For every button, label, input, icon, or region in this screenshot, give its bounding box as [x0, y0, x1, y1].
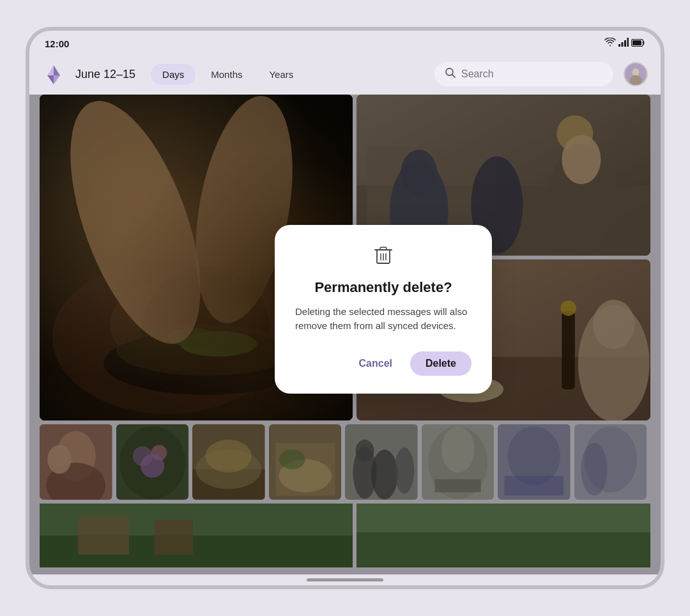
- top-bar: June 12–15 Days Months Years: [29, 54, 661, 95]
- device-frame: 12:00: [26, 27, 664, 589]
- svg-marker-8: [47, 65, 54, 75]
- svg-rect-2: [624, 40, 626, 47]
- dialog-buttons: Cancel Delete: [295, 351, 471, 376]
- dialog-title: Permanently delete?: [314, 279, 452, 296]
- trash-icon: [374, 245, 392, 269]
- status-bar: 12:00: [29, 31, 661, 54]
- svg-point-14: [629, 75, 642, 86]
- svg-point-13: [632, 68, 640, 77]
- svg-rect-5: [632, 40, 641, 45]
- svg-rect-0: [618, 44, 620, 47]
- dialog: Permanently delete? Deleting the selecte…: [275, 225, 492, 394]
- dialog-message: Deleting the selected messages will also…: [295, 305, 471, 334]
- home-indicator: [29, 574, 661, 585]
- svg-line-11: [452, 75, 456, 78]
- app-logo: [42, 63, 65, 86]
- tab-years[interactable]: Years: [257, 64, 305, 85]
- svg-rect-1: [622, 42, 624, 47]
- svg-marker-9: [47, 75, 54, 84]
- tabs-group: Days Months Years: [151, 64, 305, 85]
- search-input[interactable]: [461, 68, 589, 80]
- svg-marker-7: [54, 75, 60, 84]
- gallery-area: Permanently delete? Deleting the selecte…: [29, 95, 661, 574]
- status-icons: [604, 38, 645, 49]
- battery-icon: [631, 38, 645, 49]
- cancel-button[interactable]: Cancel: [349, 351, 402, 376]
- search-bar[interactable]: [434, 62, 613, 86]
- status-time: 12:00: [45, 38, 69, 49]
- tab-days[interactable]: Days: [151, 64, 195, 85]
- svg-rect-82: [380, 247, 387, 250]
- signal-icon: [618, 38, 629, 49]
- svg-marker-6: [54, 65, 60, 75]
- svg-rect-3: [627, 38, 629, 47]
- date-range: June 12–15: [75, 68, 135, 81]
- search-icon: [445, 67, 456, 81]
- delete-button[interactable]: Delete: [410, 351, 471, 376]
- home-bar[interactable]: [307, 578, 383, 581]
- overlay: Permanently delete? Deleting the selecte…: [29, 95, 661, 574]
- avatar[interactable]: [624, 62, 648, 86]
- tab-months[interactable]: Months: [199, 64, 254, 85]
- wifi-icon: [604, 38, 616, 49]
